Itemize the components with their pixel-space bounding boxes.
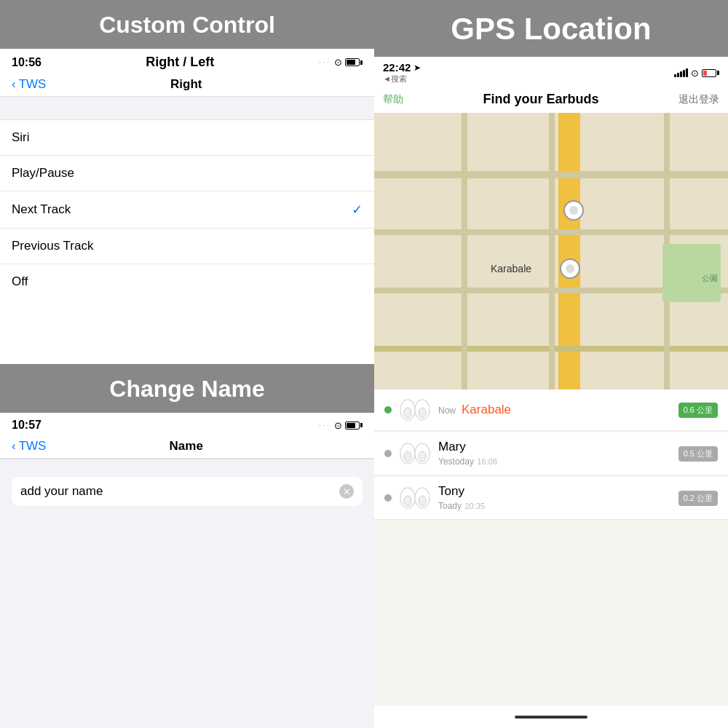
device-subtime-3: Toady 20:35: [438, 499, 678, 512]
status-icons-1: ··· ⊙: [319, 57, 363, 68]
left-panel: Custom Control 10:56 Right / Left ··· ⊙ …: [0, 0, 374, 728]
change-name-label: Change Name: [109, 376, 264, 402]
device-info-3: Tony Toady 20:35: [438, 484, 678, 512]
menu-item-prevtrack[interactable]: Previous Track: [0, 229, 374, 264]
location-icon: ➤: [414, 63, 421, 73]
name-input[interactable]: [20, 484, 339, 499]
map-marker-inner-1: [569, 206, 578, 215]
menu-item-off[interactable]: Off: [0, 264, 374, 299]
status-time-1: 10:56: [12, 56, 41, 69]
status-bar-1: 10:56 Right / Left ··· ⊙: [0, 49, 374, 73]
device-info-1: Now Karabale: [438, 403, 678, 417]
device-icon-2: [399, 440, 431, 467]
device-distance-1: 0.6 公里: [678, 403, 718, 418]
custom-control-label: Custom Control: [99, 12, 275, 38]
device-name-2: Mary: [438, 440, 466, 454]
gps-nav-bar: 帮助 Find your Earbuds 退出登录: [374, 87, 728, 113]
map-area: 公園 Karabale: [374, 113, 728, 389]
battery-icon-2: [345, 422, 363, 430]
gps-phone-screen: 22:42 ➤ ◄搜索 ⊙: [374, 57, 728, 728]
menu-label-nexttrack: Next Track: [12, 202, 71, 217]
change-name-header: Change Name: [0, 364, 374, 413]
device-toady-label: Toady: [438, 501, 462, 511]
gps-label: GPS Location: [451, 12, 651, 46]
battery-icon: [345, 58, 363, 66]
home-indicator: [515, 716, 587, 719]
nav-title-2: Name: [170, 439, 203, 454]
device-icon-1: [399, 397, 431, 423]
device-icon-3: [399, 485, 431, 511]
svg-point-5: [404, 451, 411, 462]
svg-point-1: [404, 408, 411, 418]
change-name-screen: 10:57 ··· ⊙ ‹ TWS Name: [0, 413, 374, 728]
gps-status-bar: 22:42 ➤ ◄搜索 ⊙: [374, 57, 728, 87]
svg-point-11: [419, 496, 426, 506]
device-info-2: Mary Yestoday 16:08: [438, 440, 678, 467]
name-input-area: ✕: [0, 459, 374, 728]
screen-title-1: Right / Left: [146, 55, 214, 70]
name-input-container: ✕: [12, 477, 363, 506]
status-time-2: 10:57: [12, 419, 41, 432]
menu-item-nexttrack[interactable]: Next Track ✓: [0, 191, 374, 229]
back-button-1[interactable]: ‹ TWS: [12, 77, 46, 92]
map-marker-inner-2: [566, 264, 574, 273]
device-item-mary[interactable]: Mary Yestoday 16:08 0.5 公里: [374, 432, 728, 475]
device-name-row-2: Mary: [438, 440, 678, 454]
device-name-row-1: Now Karabale: [438, 403, 678, 417]
device-item-tony[interactable]: Tony Toady 20:35 0.2 公里: [374, 477, 728, 520]
back-label-2: TWS: [19, 439, 47, 454]
menu-label-off: Off: [12, 274, 28, 289]
gps-time: 22:42: [383, 61, 411, 74]
device-dot-1: [384, 406, 392, 414]
gps-status-right: ⊙: [674, 68, 719, 79]
chevron-left-icon: ‹: [12, 77, 16, 92]
section-spacer: [0, 97, 374, 120]
device-dot-2: [384, 450, 392, 457]
map-road-v2: [549, 113, 555, 389]
wifi-icon-2: ⊙: [334, 420, 342, 431]
clear-button[interactable]: ✕: [339, 484, 354, 499]
device-yestoday-label: Yestoday: [438, 456, 474, 467]
device-name-1: Karabale: [462, 403, 511, 417]
custom-control-screen: 10:56 Right / Left ··· ⊙ ‹ TWS Right: [0, 49, 374, 364]
svg-point-7: [419, 451, 426, 462]
back-button-2[interactable]: ‹ TWS: [12, 439, 46, 454]
device-item-karabale[interactable]: Now Karabale 0.6 公里: [374, 389, 728, 431]
status-bar-2: 10:57 ··· ⊙: [0, 413, 374, 435]
svg-point-3: [419, 408, 426, 418]
device-list: Now Karabale 0.6 公里: [374, 389, 728, 706]
signal-bars-icon: [674, 68, 688, 77]
device-name-row-3: Tony: [438, 484, 678, 499]
gps-nav-right-label[interactable]: 退出登录: [678, 93, 719, 106]
status-icons-2: ··· ⊙: [319, 420, 363, 431]
nav-bar-2: ‹ TWS Name: [0, 435, 374, 459]
device-subtime-label-2: 16:08: [477, 457, 497, 466]
menu-list: Siri Play/Pause Next Track ✓ Previous Tr…: [0, 120, 374, 364]
map-marker-2: [560, 258, 580, 279]
checkmark-icon: ✓: [352, 202, 363, 218]
menu-item-siri[interactable]: Siri: [0, 120, 374, 156]
custom-control-header: Custom Control: [0, 0, 374, 49]
map-marker-1: [563, 200, 584, 221]
device-distance-2: 0.5 公里: [678, 446, 718, 462]
svg-point-9: [404, 496, 411, 506]
wifi-icon: ⊙: [334, 57, 342, 68]
back-label-1: TWS: [19, 77, 47, 92]
map-park-label: 公園: [702, 273, 718, 284]
dots-icon-2: ···: [319, 422, 331, 430]
dots-icon: ···: [319, 58, 331, 66]
menu-label-playpause: Play/Pause: [12, 166, 74, 181]
nav-bar-1: ‹ TWS Right: [0, 73, 374, 97]
device-dot-3: [384, 494, 392, 502]
chevron-left-icon-2: ‹: [12, 439, 16, 454]
device-time-1: Now: [438, 405, 456, 416]
menu-item-playpause[interactable]: Play/Pause: [0, 156, 374, 191]
wifi-icon-gps: ⊙: [691, 68, 699, 79]
gps-nav-title: Find your Earbuds: [483, 92, 598, 107]
gps-search-label: ◄搜索: [383, 74, 421, 84]
gps-nav-left-label[interactable]: 帮助: [383, 93, 403, 106]
device-name-3: Tony: [438, 484, 464, 499]
battery-icon-gps: [702, 69, 719, 77]
gps-header: GPS Location: [374, 0, 728, 57]
menu-label-prevtrack: Previous Track: [12, 239, 93, 253]
